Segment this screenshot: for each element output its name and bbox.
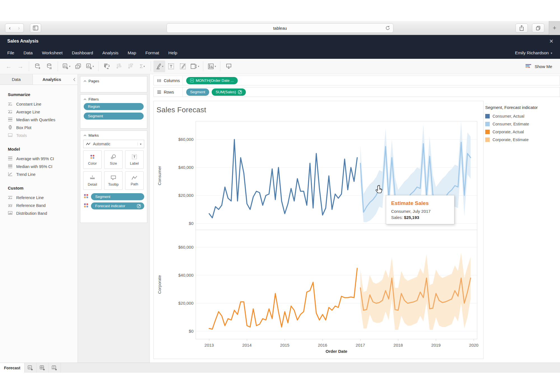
x-tick-2020: 2020 <box>469 343 478 347</box>
user-name: Emily Richardson <box>515 50 549 55</box>
menu-file[interactable]: File <box>7 50 14 55</box>
analytics-item-trend-line[interactable]: Trend Line <box>8 171 78 178</box>
analytics-items: SummarizeConstant LineAverage LineMedian… <box>0 85 78 217</box>
menu-map[interactable]: Map <box>128 50 136 55</box>
chevron-up-icon[interactable] <box>83 98 87 101</box>
tab-data[interactable]: Data <box>0 74 33 85</box>
marks-color-button[interactable]: Color <box>83 150 102 169</box>
legend-item-consumer-actual[interactable]: Consumer, Actual <box>485 112 558 120</box>
x-tick-2015: 2015 <box>280 343 289 347</box>
annotation-button[interactable] <box>177 60 189 72</box>
menu-format[interactable]: Format <box>145 50 159 55</box>
pages-card: Pages <box>80 76 147 92</box>
columns-shelf[interactable]: Columns +MONTH(Order Date ... <box>153 76 560 85</box>
chevron-up-icon[interactable] <box>83 134 87 137</box>
sort-ascending-button[interactable] <box>113 60 125 72</box>
mark-type-value: Automatic <box>93 142 110 146</box>
add-data-source-button[interactable] <box>32 60 43 72</box>
presentation-mode-button[interactable] <box>223 60 235 72</box>
new-dashboard-button[interactable] <box>37 363 49 373</box>
pill-sum-sales-[interactable]: SUM(Sales) <box>212 88 246 96</box>
highlight-button[interactable]: ▾ <box>153 60 165 72</box>
new-tab-button[interactable]: + <box>549 21 560 35</box>
forecast-chart[interactable]: $0$20,000$40,000$60,000Consumer$0$20,000… <box>154 101 484 359</box>
menu-analysis[interactable]: Analysis <box>102 50 118 55</box>
browser-forward-button[interactable]: › <box>14 24 24 32</box>
undo-button[interactable]: ← <box>3 60 15 72</box>
reload-icon[interactable] <box>385 25 391 32</box>
legend-swatch <box>485 114 490 118</box>
show-hide-cards-button[interactable]: ▾ <box>206 60 218 72</box>
analytics-item-constant-line[interactable]: Constant Line <box>8 100 78 108</box>
svg-text:$20,000: $20,000 <box>178 301 193 305</box>
tab-analytics[interactable]: Analytics <box>33 74 71 85</box>
distribution-band-icon <box>8 211 13 216</box>
pill-month-order-date-[interactable]: +MONTH(Order Date ... <box>186 77 238 84</box>
color-dots-icon <box>83 193 89 200</box>
analytics-item-median-with-95-ci[interactable]: Median with 95% CI <box>8 163 78 171</box>
new-worksheet-button[interactable]: ▾ <box>60 60 72 72</box>
legend-item-label: Corporate, Estimate <box>493 137 529 142</box>
marks-tooltip-button[interactable]: Tooltip <box>104 171 123 190</box>
fit-button[interactable]: ▾ <box>189 60 200 72</box>
toolbar-separator <box>203 61 203 71</box>
redo-button[interactable]: → <box>15 60 26 72</box>
marks-size-button[interactable]: Size <box>104 150 123 169</box>
rows-shelf[interactable]: Rows SegmentSUM(Sales) <box>153 87 560 97</box>
pane-tabs: Data Analytics <box>0 74 78 85</box>
totals-button[interactable]: Σ▾ <box>136 60 148 72</box>
mark-pill-segment[interactable]: Segment <box>91 193 144 200</box>
analytics-item-average-line[interactable]: Average Line <box>8 108 78 116</box>
legend-item-corporate-estimate[interactable]: Corporate, Estimate <box>485 136 558 144</box>
pill-segment[interactable]: Segment <box>186 88 209 96</box>
close-icon[interactable]: × <box>549 38 553 45</box>
legend-item-consumer-estimate[interactable]: Consumer, Estimate <box>485 120 558 128</box>
columns-shelf-label: Columns <box>164 78 180 83</box>
analytics-item-average-with-95-ci[interactable]: Average with 95% CI <box>8 155 78 163</box>
analytics-item-distribution-band[interactable]: Distribution Band <box>8 209 78 217</box>
menu-help[interactable]: Help <box>168 50 177 55</box>
new-story-icon <box>52 365 58 371</box>
filter-pill-region[interactable]: Region <box>84 103 144 110</box>
sort-descending-button[interactable] <box>125 60 136 72</box>
sheet-tab-forecast[interactable]: Forecast <box>0 363 25 373</box>
marks-detail-button[interactable]: Detail <box>83 171 102 190</box>
analytics-item-median-with-quartiles[interactable]: Median with Quartiles <box>8 116 78 124</box>
menu-worksheet[interactable]: Worksheet <box>42 50 63 55</box>
marks-path-button[interactable]: Path <box>125 171 144 190</box>
chevron-down-icon: ▾ <box>215 65 216 68</box>
clear-sheet-button[interactable]: ▾ <box>84 60 96 72</box>
collapse-pane-button[interactable] <box>71 74 78 85</box>
mark-type-dropdown[interactable]: Automatic ▾ <box>83 140 144 148</box>
duplicate-sheet-button[interactable] <box>72 60 84 72</box>
menu-data[interactable]: Data <box>24 50 33 55</box>
analytics-item-reference-line[interactable]: Reference Line <box>8 194 78 202</box>
analytics-item-label: Median with Quartiles <box>16 118 55 122</box>
marks-label-button[interactable]: Label <box>125 150 144 169</box>
analytics-item-box-plot[interactable]: Box Plot <box>8 124 78 132</box>
label-button[interactable] <box>165 60 177 72</box>
analytics-item-reference-band[interactable]: Reference Band <box>8 202 78 209</box>
url-bar[interactable]: tableau <box>167 23 393 33</box>
browser-share-button[interactable] <box>515 24 528 32</box>
show-me-button[interactable]: Show Me <box>525 64 552 69</box>
browser-tabs-button[interactable] <box>532 24 544 32</box>
legend-item-corporate-actual[interactable]: Corporate, Actual <box>485 128 558 136</box>
section-title-custom: Custom <box>8 186 78 190</box>
browser-sidebar-toggle-button[interactable] <box>30 24 41 32</box>
section-title-summarize: Summarize <box>8 92 78 97</box>
new-story-button[interactable] <box>49 363 61 373</box>
chevron-up-icon[interactable] <box>83 80 87 82</box>
chevron-down-icon: ▾ <box>93 65 94 68</box>
analytics-pane: Data Analytics SummarizeConstant LineAve… <box>0 74 78 363</box>
browser-back-button[interactable]: ‹ <box>5 24 15 32</box>
user-menu[interactable]: Emily Richardson ▾ <box>515 50 552 55</box>
new-worksheet-button[interactable] <box>25 363 37 373</box>
swap-rows-columns-button[interactable] <box>101 60 113 72</box>
menu-dashboard[interactable]: Dashboard <box>72 50 93 55</box>
pause-data-updates-button[interactable] <box>43 60 55 72</box>
mark-pill-forecast-indicator[interactable]: Forecast indicator <box>91 202 144 209</box>
filter-pill-segment[interactable]: Segment <box>84 113 144 120</box>
pages-card-title: Pages <box>88 79 99 83</box>
mark-pill-row: Forecast indicator <box>83 202 144 209</box>
